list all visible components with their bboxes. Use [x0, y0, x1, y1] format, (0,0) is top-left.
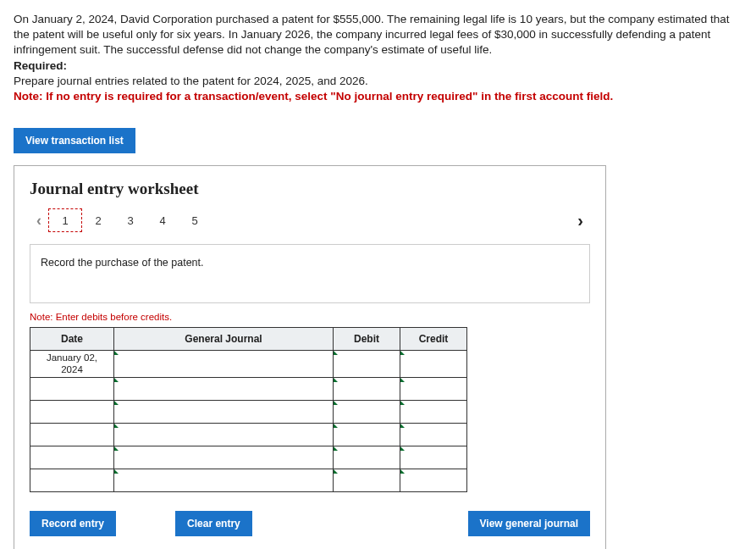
dropdown-indicator-icon: [334, 378, 338, 382]
dropdown-indicator-icon: [334, 446, 338, 451]
tab-5[interactable]: 5: [179, 209, 211, 231]
chevron-left-icon[interactable]: ‹: [30, 212, 48, 230]
action-row: Record entry Clear entry View general jo…: [30, 511, 590, 536]
debit-cell[interactable]: [334, 377, 400, 400]
account-cell[interactable]: [114, 469, 334, 491]
date-cell[interactable]: [30, 400, 114, 423]
date-cell[interactable]: [30, 377, 114, 400]
debit-cell[interactable]: [334, 469, 400, 491]
dropdown-indicator-icon: [400, 469, 405, 474]
table-row: [30, 423, 467, 446]
dropdown-indicator-icon: [400, 446, 405, 451]
dropdown-indicator-icon: [334, 401, 338, 405]
table-row: [30, 377, 467, 400]
credit-cell[interactable]: [400, 469, 467, 491]
dropdown-indicator-icon: [334, 424, 338, 428]
dropdown-indicator-icon: [400, 378, 405, 382]
credit-cell[interactable]: [400, 446, 467, 469]
table-row: [30, 400, 467, 423]
note-red: Note: If no entry is required for a tran…: [14, 90, 613, 103]
credit-cell[interactable]: [400, 400, 467, 423]
instruction-box: Record the purchase of the patent.: [30, 244, 590, 303]
table-row: January 02, 2024: [30, 351, 467, 377]
account-cell[interactable]: [114, 377, 334, 400]
debit-cell[interactable]: [334, 423, 400, 446]
chevron-right-icon[interactable]: ›: [571, 211, 590, 230]
dropdown-indicator-icon: [114, 424, 119, 428]
dropdown-indicator-icon: [400, 401, 405, 405]
dropdown-indicator-icon: [114, 378, 119, 382]
clear-entry-button[interactable]: Clear entry: [175, 511, 252, 536]
account-cell[interactable]: [114, 351, 334, 377]
record-entry-button[interactable]: Record entry: [30, 511, 116, 536]
date-cell[interactable]: [30, 469, 114, 491]
dropdown-indicator-icon: [114, 446, 119, 451]
table-row: [30, 469, 467, 491]
tab-2[interactable]: 2: [82, 209, 114, 231]
debit-cell[interactable]: [334, 400, 400, 423]
problem-paragraph: On January 2, 2024, David Corporation pu…: [14, 13, 730, 56]
account-cell[interactable]: [114, 423, 334, 446]
tab-4[interactable]: 4: [146, 209, 179, 231]
credit-cell[interactable]: [400, 351, 467, 377]
dropdown-indicator-icon: [114, 469, 119, 474]
col-header-debit: Debit: [334, 328, 400, 351]
dropdown-indicator-icon: [400, 424, 405, 428]
worksheet-title: Journal entry worksheet: [30, 180, 590, 198]
note-enter-debits: Note: Enter debits before credits.: [30, 312, 590, 322]
journal-entry-table: Date General Journal Debit Credit Januar…: [30, 327, 467, 491]
journal-entry-worksheet: Journal entry worksheet ‹ 1 2 3 4 5 › Re…: [14, 165, 606, 549]
dropdown-indicator-icon: [114, 351, 119, 355]
date-cell[interactable]: [30, 446, 114, 469]
credit-cell[interactable]: [400, 377, 467, 400]
credit-cell[interactable]: [400, 423, 467, 446]
dropdown-indicator-icon: [400, 351, 405, 355]
dropdown-indicator-icon: [114, 401, 119, 405]
account-cell[interactable]: [114, 400, 334, 423]
tab-row: ‹ 1 2 3 4 5 ›: [30, 208, 590, 232]
dropdown-indicator-icon: [334, 469, 338, 474]
instruction-text: Record the purchase of the patent.: [41, 257, 204, 269]
required-label: Required:: [14, 59, 67, 72]
date-cell[interactable]: [30, 423, 114, 446]
required-text: Prepare journal entries related to the p…: [14, 75, 368, 87]
view-general-journal-button[interactable]: View general journal: [468, 511, 590, 536]
account-cell[interactable]: [114, 446, 334, 469]
col-header-date: Date: [30, 328, 114, 351]
tab-3[interactable]: 3: [114, 209, 146, 231]
col-header-general-journal: General Journal: [114, 328, 334, 351]
tab-1[interactable]: 1: [48, 208, 82, 232]
problem-statement: On January 2, 2024, David Corporation pu…: [14, 12, 742, 104]
table-row: [30, 446, 467, 469]
dropdown-indicator-icon: [334, 351, 338, 355]
date-cell[interactable]: January 02, 2024: [30, 351, 114, 377]
col-header-credit: Credit: [400, 328, 467, 351]
debit-cell[interactable]: [334, 446, 400, 469]
debit-cell[interactable]: [334, 351, 400, 377]
view-transaction-list-button[interactable]: View transaction list: [14, 128, 135, 153]
